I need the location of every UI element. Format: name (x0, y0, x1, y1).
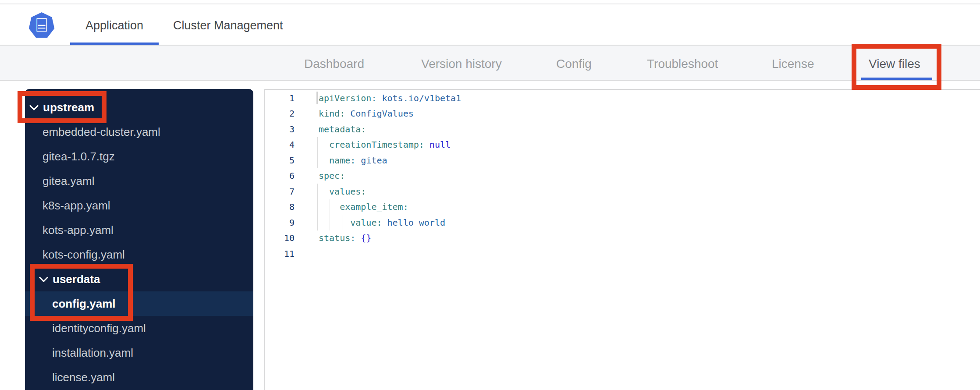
line-number: 4 (265, 139, 307, 150)
code-text: metadata: (319, 124, 366, 135)
code-line-3: 3metadata: (265, 121, 980, 137)
yaml-key: creationTimestamp: (319, 139, 424, 150)
active-nav-underline (861, 78, 932, 80)
tree-file-kots-app-yaml[interactable]: kots-app.yaml (25, 218, 253, 242)
tab-license[interactable]: License (772, 57, 814, 71)
line-number: 2 (265, 108, 307, 119)
indent-guide (317, 152, 318, 168)
top-bar: ⌸ Application Cluster Management (0, 4, 980, 46)
tree-item-label: identityconfig.yaml (52, 322, 146, 335)
code-text: values: (319, 186, 366, 197)
kubernetes-logo[interactable]: ⌸ (28, 12, 55, 39)
code-line-6: 6spec: (265, 168, 980, 184)
tree-item-label: userdata (53, 273, 100, 286)
yaml-key: status: (319, 233, 355, 243)
code-line-2: 2kind: ConfigValues (265, 106, 980, 122)
code-line-9: 9 value: hello world (265, 215, 980, 230)
indent-guide (330, 199, 330, 215)
code-line-1: 1apiVersion: kots.io/v1beta1 (265, 90, 980, 106)
tab-troubleshoot[interactable]: Troubleshoot (647, 57, 718, 71)
yaml-key: kind: (319, 108, 345, 119)
code-text: name: gitea (319, 155, 387, 166)
tree-folder-upstream[interactable]: upstream (25, 95, 253, 120)
tree-file-k8s-app-yaml[interactable]: k8s-app.yaml (25, 193, 253, 218)
yaml-key: example_item: (319, 202, 408, 212)
line-number: 5 (265, 155, 307, 166)
indent-guide (317, 199, 318, 215)
yaml-const: {} (355, 233, 371, 243)
chevron-down-icon[interactable] (29, 101, 39, 110)
code-text: apiVersion: kots.io/v1beta1 (319, 93, 461, 103)
indent-guide (330, 215, 330, 230)
line-number: 10 (265, 233, 307, 243)
kots-admin-console: ⌸ Application Cluster Management Dashboa… (0, 0, 980, 390)
yaml-value: kots.io/v1beta1 (376, 93, 461, 103)
tree-folder-userdata[interactable]: userdata (25, 267, 253, 291)
code-text: status: {} (319, 233, 371, 243)
code-text: creationTimestamp: null (319, 139, 451, 150)
tree-item-label: installation.yaml (52, 346, 133, 360)
code-text: value: hello world (319, 217, 445, 228)
line-number: 8 (265, 202, 307, 212)
indent-guide (342, 215, 342, 230)
yaml-value: ConfigValues (345, 108, 414, 119)
line-number: 6 (265, 170, 307, 181)
tab-dashboard[interactable]: Dashboard (304, 57, 364, 71)
tree-item-label: k8s-app.yaml (43, 199, 110, 213)
tree-item-label: gitea-1.0.7.tgz (43, 150, 115, 163)
yaml-const: null (424, 139, 451, 150)
tab-cluster-management[interactable]: Cluster Management (173, 19, 283, 32)
helm-wheel-icon: ⌸ (36, 15, 47, 35)
yaml-key: values: (319, 186, 366, 197)
text-cursor (316, 92, 318, 104)
tab-application[interactable]: Application (70, 19, 159, 32)
yaml-value: hello world (382, 217, 446, 228)
tree-file-kots-config-yaml[interactable]: kots-config.yaml (25, 242, 253, 267)
tree-item-label: kots-app.yaml (43, 223, 114, 237)
tab-config[interactable]: Config (556, 57, 592, 71)
tree-file-license-yaml[interactable]: license.yaml (25, 365, 253, 390)
chevron-down-icon[interactable] (39, 273, 48, 282)
code-line-10: 10status: {} (265, 230, 980, 246)
tree-file-gitea-yaml[interactable]: gitea.yaml (25, 169, 253, 193)
tree-file-config-yaml[interactable]: config.yaml (25, 291, 253, 316)
tree-item-label: kots-config.yaml (43, 248, 125, 262)
code-text: kind: ConfigValues (319, 108, 414, 119)
yaml-key: value: (319, 217, 382, 228)
line-number: 1 (265, 93, 307, 103)
code-text: spec: (319, 170, 345, 181)
indent-guide (317, 184, 318, 199)
editor-top-border (264, 89, 980, 90)
yaml-value: gitea (355, 155, 387, 166)
yaml-key: apiVersion: (319, 93, 376, 103)
code-text: example_item: (319, 202, 408, 212)
yaml-file-viewer: 1apiVersion: kots.io/v1beta12kind: Confi… (265, 90, 980, 262)
line-number: 11 (265, 248, 307, 259)
tree-file-identityconfig-yaml[interactable]: identityconfig.yaml (25, 316, 253, 340)
code-line-4: 4 creationTimestamp: null (265, 137, 980, 153)
tree-item-label: config.yaml (52, 297, 115, 311)
line-number: 9 (265, 217, 307, 228)
indent-guide (317, 137, 318, 153)
tree-item-label: gitea.yaml (43, 174, 95, 188)
tab-view-files[interactable]: View files (869, 57, 920, 71)
line-number: 3 (265, 124, 307, 135)
yaml-key: spec: (319, 170, 345, 181)
indent-guide (317, 215, 318, 230)
tree-file-embedded-cluster-yaml[interactable]: embedded-cluster.yaml (25, 120, 253, 144)
yaml-key: name: (319, 155, 355, 166)
tree-file-gitea-1-0-7-tgz[interactable]: gitea-1.0.7.tgz (25, 144, 253, 169)
app-nav-bar: DashboardVersion historyConfigTroublesho… (0, 46, 980, 81)
active-tab-underline (70, 43, 159, 45)
code-line-5: 5 name: gitea (265, 152, 980, 168)
code-line-8: 8 example_item: (265, 199, 980, 215)
tree-file-installation-yaml[interactable]: installation.yaml (25, 340, 253, 365)
tab-version-history[interactable]: Version history (421, 57, 502, 71)
code-line-11: 11 (265, 246, 980, 262)
tree-item-label: license.yaml (52, 371, 115, 384)
file-tree-sidebar: upstreamembedded-cluster.yamlgitea-1.0.7… (25, 89, 253, 390)
yaml-key: metadata: (319, 124, 366, 135)
code-line-7: 7 values: (265, 184, 980, 199)
tree-item-label: upstream (43, 101, 94, 114)
line-number: 7 (265, 186, 307, 197)
